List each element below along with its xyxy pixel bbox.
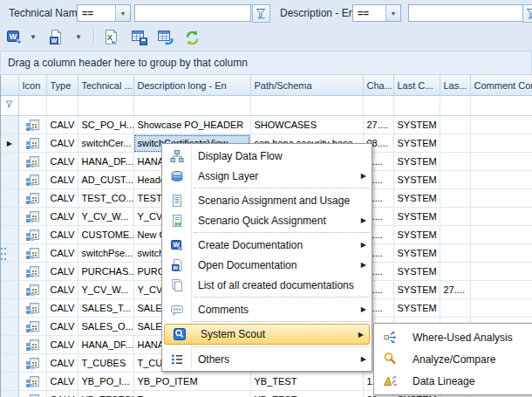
column-header-las[interactable]: Las... xyxy=(440,75,470,96)
filter-cell[interactable] xyxy=(46,96,78,116)
cell-type[interactable]: CALV xyxy=(46,263,78,281)
chevron-down-icon[interactable]: ▼ xyxy=(115,5,130,21)
cell-changed[interactable]: 27.... xyxy=(363,116,393,134)
cell-comment[interactable] xyxy=(470,153,532,171)
row-indicator[interactable] xyxy=(1,391,18,397)
cell-type[interactable]: CALV xyxy=(46,299,78,318)
cell-las[interactable] xyxy=(440,171,470,189)
cell-technical-name[interactable]: switchPse... xyxy=(78,244,133,263)
row-indicator[interactable] xyxy=(1,263,18,281)
filter-cell[interactable] xyxy=(250,96,363,116)
cell-technical-name[interactable]: SC_PO_H... xyxy=(78,116,133,134)
cell-comment[interactable] xyxy=(470,226,532,244)
column-header-icon[interactable]: Icon xyxy=(18,75,46,96)
menu-item-create-documentation[interactable]: W Create Documentation ▶ xyxy=(162,235,372,255)
menu-item-others[interactable]: Others ▶ xyxy=(162,349,372,369)
cell-path-schema[interactable]: YB_TEST xyxy=(250,391,363,397)
open-word-documentation-button[interactable]: W xyxy=(45,27,66,48)
row-indicator[interactable] xyxy=(1,373,18,391)
cell-las[interactable] xyxy=(440,299,470,318)
cell-icon[interactable] xyxy=(18,318,46,336)
cell-icon[interactable] xyxy=(18,281,46,299)
cell-type[interactable]: CALV xyxy=(46,116,78,134)
cell-description[interactable]: YB_PO_ITEM xyxy=(133,373,250,391)
description-filter-input[interactable] xyxy=(408,4,526,22)
cell-icon[interactable] xyxy=(18,336,46,354)
cell-technical-name[interactable]: HANA_DF... xyxy=(78,153,133,171)
cell-type[interactable]: CALV xyxy=(46,189,78,208)
cell-icon[interactable] xyxy=(18,208,46,226)
cell-technical-name[interactable]: YB_PO_I... xyxy=(78,373,133,391)
filter-cell[interactable] xyxy=(440,96,470,116)
cell-last-changed-by[interactable]: SYSTEM xyxy=(393,208,440,226)
cell-technical-name[interactable]: PURCHAS... xyxy=(78,263,133,281)
cell-icon[interactable] xyxy=(18,373,46,391)
cell-las[interactable] xyxy=(440,189,470,208)
column-header-description[interactable]: Description long - En xyxy=(133,75,250,96)
cell-type[interactable]: CALV xyxy=(46,336,78,354)
cell-type[interactable]: CALV xyxy=(46,134,78,153)
cell-las[interactable] xyxy=(440,153,470,171)
cell-technical-name[interactable]: Y_CV_W... xyxy=(78,281,133,299)
technical-name-filter-input[interactable] xyxy=(134,4,251,22)
column-header-changed[interactable]: Cha... xyxy=(363,75,393,96)
cell-type[interactable]: CALV xyxy=(46,171,78,189)
cell-icon[interactable] xyxy=(18,116,46,134)
chevron-down-icon[interactable]: ▼ xyxy=(385,5,400,21)
cell-las[interactable] xyxy=(440,116,470,134)
column-header-type[interactable]: Type xyxy=(46,75,78,96)
row-indicator[interactable]: ▶ xyxy=(1,134,18,153)
row-indicator[interactable] xyxy=(1,244,18,263)
description-operator-combo[interactable]: == ▼ xyxy=(352,4,401,22)
cell-technical-name[interactable]: SALES_O... xyxy=(78,318,133,336)
cell-type[interactable]: CALV xyxy=(46,226,78,244)
cell-las[interactable] xyxy=(440,263,470,281)
cell-icon[interactable] xyxy=(18,171,46,189)
cell-icon[interactable] xyxy=(18,153,46,171)
cell-comment[interactable] xyxy=(470,281,532,299)
menu-item-display-data-flow[interactable]: Display Data Flow xyxy=(162,146,372,166)
load-grid-layout-button[interactable] xyxy=(155,27,176,48)
cell-technical-name[interactable]: CUSTOME... xyxy=(78,226,133,244)
cell-las[interactable] xyxy=(440,226,470,244)
submenu-item-data-lineage[interactable]: Data Lineage xyxy=(374,370,532,392)
cell-type[interactable]: CALV xyxy=(46,244,78,263)
cell-last-changed-by[interactable]: SYSTEM xyxy=(393,116,440,134)
row-indicator[interactable] xyxy=(1,354,18,373)
submenu-item-where-used[interactable]: Where-Used Analysis xyxy=(374,326,532,348)
filter-cell[interactable] xyxy=(133,96,250,116)
cell-technical-name[interactable]: AD_CUST... xyxy=(78,171,133,189)
cell-comment[interactable] xyxy=(470,171,532,189)
cell-type[interactable]: CALV xyxy=(46,391,78,397)
cell-icon[interactable] xyxy=(18,189,46,208)
cell-icon[interactable] xyxy=(18,354,46,373)
chevron-down-icon[interactable]: ▼ xyxy=(75,33,82,41)
menu-item-system-scout[interactable]: System Scout ▶ xyxy=(164,324,370,345)
row-indicator[interactable] xyxy=(1,299,18,318)
cell-last-changed-by[interactable]: SYSTEM xyxy=(393,263,440,281)
row-indicator[interactable] xyxy=(1,318,18,336)
cell-comment[interactable] xyxy=(470,299,532,318)
cell-last-changed-by[interactable]: SYSTEM xyxy=(393,171,440,189)
cell-description[interactable]: Showcase PO_HEADER xyxy=(133,116,250,134)
filter-cell[interactable] xyxy=(470,96,532,116)
cell-path-schema[interactable]: YB_TEST xyxy=(250,373,363,391)
row-indicator[interactable] xyxy=(1,189,18,208)
cell-description[interactable]: T... xyxy=(133,391,250,397)
cell-type[interactable]: CALV xyxy=(46,153,78,171)
cell-icon[interactable] xyxy=(18,391,46,397)
cell-icon[interactable] xyxy=(18,134,46,153)
splitter-grip[interactable] xyxy=(1,248,3,250)
cell-comment[interactable] xyxy=(470,263,532,281)
filter-button[interactable] xyxy=(252,4,270,23)
cell-technical-name[interactable]: YB_TESTOK xyxy=(78,391,133,397)
row-indicator[interactable] xyxy=(1,226,18,244)
cell-las[interactable] xyxy=(440,134,470,153)
menu-item-scenario-assignment[interactable]: Scenario Assignment and Usage xyxy=(162,190,372,210)
filter-cell[interactable] xyxy=(393,96,440,116)
refresh-button[interactable] xyxy=(181,27,202,48)
column-header-comment[interactable]: Comment Con xyxy=(470,75,532,96)
chevron-down-icon[interactable]: ▼ xyxy=(30,33,37,41)
cell-last-changed-by[interactable]: SYSTEM xyxy=(393,153,440,171)
submenu-item-analyze-compare[interactable]: Analyze/Compare xyxy=(374,348,532,370)
